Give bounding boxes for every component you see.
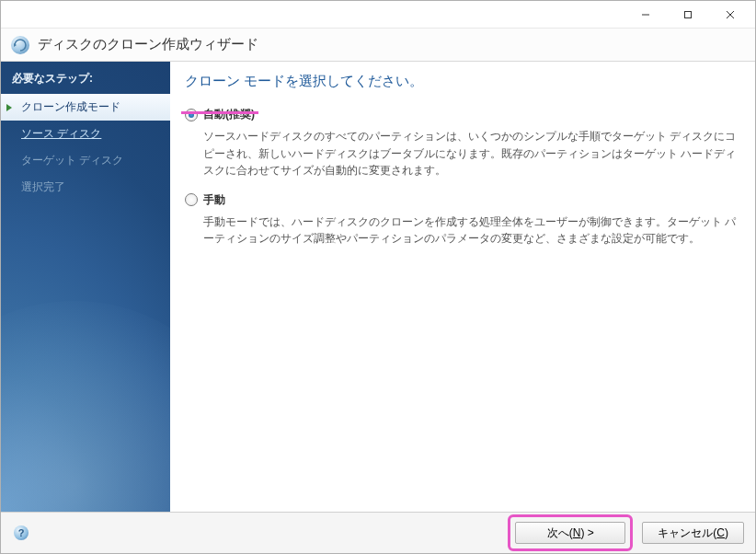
step-finish: 選択完了 — [1, 174, 170, 201]
option-manual-label: 手動 — [203, 192, 225, 208]
sidebar-header: 必要なステップ: — [1, 62, 170, 94]
wizard-body: 必要なステップ: クローン作成モード ソース ディスク ターゲット ディスク 選… — [1, 62, 755, 513]
option-manual-desc: 手動モードでは、ハードディスクのクローンを作成する処理全体をユーザーが制御できま… — [185, 214, 740, 248]
step-clone-mode: クローン作成モード — [1, 94, 170, 121]
step-label: クローン作成モード — [21, 100, 120, 113]
radio-manual[interactable] — [185, 193, 198, 206]
option-manual[interactable]: 手動 手動モードでは、ハードディスクのクローンを作成する処理全体をユーザーが制御… — [185, 192, 740, 248]
step-label: ソース ディスク — [21, 127, 101, 140]
maximize-button[interactable] — [667, 2, 709, 28]
sidebar: 必要なステップ: クローン作成モード ソース ディスク ターゲット ディスク 選… — [1, 62, 170, 512]
titlebar — [1, 1, 755, 29]
option-auto-desc: ソースハードディスクのすべてのパーティションは、いくつかのシンプルな手順でターゲ… — [185, 128, 740, 179]
radio-auto[interactable] — [185, 109, 198, 121]
main-panel: クローン モードを選択してください。 自動(推奨) ソースハードディスクのすべて… — [170, 62, 755, 512]
cancel-button-label: キャンセル(C) — [658, 525, 728, 541]
annotation-highlight-auto — [181, 111, 258, 114]
footer: ? 次へ(N) > キャンセル(C) — [1, 513, 755, 553]
close-button[interactable] — [709, 2, 751, 28]
wizard-icon — [10, 35, 30, 55]
svg-rect-1 — [685, 11, 692, 17]
help-icon[interactable]: ? — [12, 524, 30, 542]
option-auto[interactable]: 自動(推奨) ソースハードディスクのすべてのパーティションは、いくつかのシンプル… — [185, 107, 740, 179]
step-source-disk[interactable]: ソース ディスク — [1, 121, 170, 147]
next-button-label: 次へ(N) > — [547, 525, 594, 541]
step-target-disk: ターゲット ディスク — [1, 147, 170, 174]
option-auto-label: 自動(推奨) — [203, 107, 255, 122]
step-label: ターゲット ディスク — [21, 154, 123, 167]
option-auto-row[interactable]: 自動(推奨) — [185, 107, 740, 122]
wizard-header: ディスクのクローン作成ウィザード — [1, 29, 755, 62]
cancel-button[interactable]: キャンセル(C) — [642, 522, 744, 544]
minimize-button[interactable] — [624, 2, 667, 28]
page-title: クローン モードを選択してください。 — [185, 73, 740, 90]
step-label: 選択完了 — [21, 180, 65, 193]
svg-text:?: ? — [18, 527, 25, 538]
next-button[interactable]: 次へ(N) > — [515, 522, 625, 544]
wizard-window: ディスクのクローン作成ウィザード 必要なステップ: クローン作成モード ソース … — [0, 0, 756, 554]
wizard-title: ディスクのクローン作成ウィザード — [38, 36, 258, 53]
annotation-highlight-next: 次へ(N) > — [508, 514, 633, 551]
option-manual-row[interactable]: 手動 — [185, 192, 740, 208]
